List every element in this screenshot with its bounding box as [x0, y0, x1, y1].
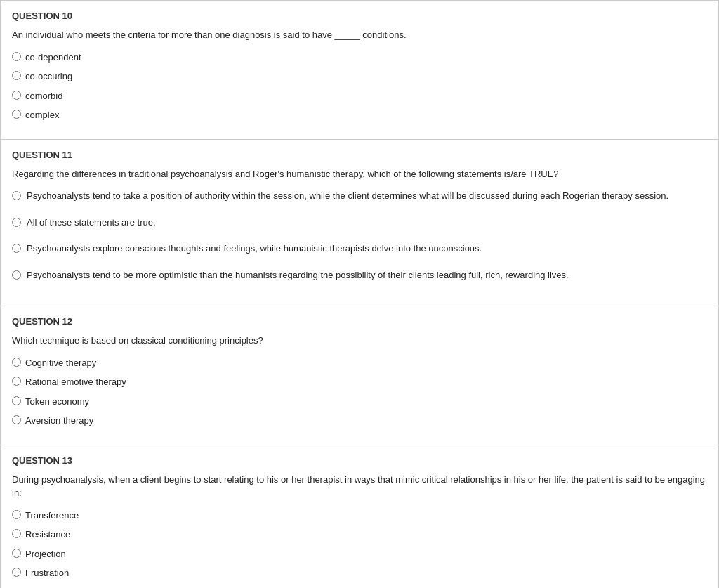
q12-option4-radio[interactable]	[12, 415, 21, 424]
q10-option1-radio[interactable]	[12, 52, 21, 61]
question-13-text: During psychoanalysis, when a client beg…	[12, 473, 707, 500]
q10-option4-radio[interactable]	[12, 110, 21, 119]
q13-option4-label: Frustration	[25, 566, 69, 580]
q12-option1-radio[interactable]	[12, 358, 21, 367]
q11-option3-radio[interactable]	[12, 244, 21, 253]
question-10-text: An individual who meets the criteria for…	[12, 28, 707, 42]
q10-option3-radio[interactable]	[12, 91, 21, 100]
page-container: QUESTION 10 An individual who meets the …	[0, 0, 719, 588]
q12-option3-label: Token economy	[25, 395, 89, 409]
q12-option2-radio[interactable]	[12, 377, 21, 386]
question-block-10: QUESTION 10 An individual who meets the …	[1, 1, 718, 140]
q12-option3-radio[interactable]	[12, 396, 21, 405]
option-row: co-occuring	[12, 68, 707, 85]
question-11-header: QUESTION 11	[12, 150, 707, 160]
q10-option4-label: complex	[25, 108, 59, 122]
q12-option2-label: Rational emotive therapy	[25, 375, 126, 389]
option-row: Cognitive therapy	[12, 355, 707, 372]
option-row: Projection	[12, 546, 707, 563]
question-11-text: Regarding the differences in traditional…	[12, 167, 707, 181]
q13-option4-radio[interactable]	[12, 568, 21, 577]
option-row: All of these statements are true.	[12, 214, 707, 231]
q10-option3-label: comorbid	[25, 89, 62, 103]
q10-option1-label: co-dependent	[25, 51, 81, 65]
question-12-header: QUESTION 12	[12, 316, 707, 327]
option-row: Psychoanalysts tend to be more optimisti…	[12, 267, 707, 284]
option-row: complex	[12, 107, 707, 124]
q11-option2-radio[interactable]	[12, 218, 21, 227]
option-row: Aversion therapy	[12, 412, 707, 429]
question-10-header: QUESTION 10	[12, 11, 707, 21]
question-block-11: QUESTION 11 Regarding the differences in…	[1, 140, 718, 307]
option-row: Transference	[12, 507, 707, 524]
q13-option1-label: Transference	[25, 509, 79, 523]
question-block-13: QUESTION 13 During psychoanalysis, when …	[1, 445, 718, 589]
q10-option2-radio[interactable]	[12, 71, 21, 80]
question-13-header: QUESTION 13	[12, 455, 707, 466]
q11-option1-radio[interactable]	[12, 191, 21, 200]
q10-option2-label: co-occuring	[25, 70, 72, 84]
q11-option3-label: Psychoanalysts explore conscious thought…	[27, 242, 482, 256]
option-row: comorbid	[12, 88, 707, 105]
q13-option2-label: Resistance	[25, 528, 70, 542]
q12-option1-label: Cognitive therapy	[25, 356, 96, 370]
option-row: Resistance	[12, 526, 707, 543]
q13-option2-radio[interactable]	[12, 529, 21, 538]
question-block-12: QUESTION 12 Which technique is based on …	[1, 306, 718, 445]
option-row: Frustration	[12, 565, 707, 582]
option-row: Rational emotive therapy	[12, 374, 707, 391]
q13-option3-radio[interactable]	[12, 549, 21, 558]
option-row: Psychoanalysts tend to take a position o…	[12, 188, 707, 204]
q13-option1-radio[interactable]	[12, 510, 21, 519]
question-12-text: Which technique is based on classical co…	[12, 334, 707, 348]
q11-option4-label: Psychoanalysts tend to be more optimisti…	[27, 268, 569, 282]
option-row: Token economy	[12, 393, 707, 410]
q12-option4-label: Aversion therapy	[25, 414, 93, 428]
q11-option2-label: All of these statements are true.	[27, 216, 156, 230]
option-row: Psychoanalysts explore conscious thought…	[12, 240, 707, 257]
q11-option1-label: Psychoanalysts tend to take a position o…	[27, 189, 668, 203]
option-row: co-dependent	[12, 49, 707, 66]
q11-option4-radio[interactable]	[12, 270, 21, 280]
q13-option3-label: Projection	[25, 547, 66, 561]
